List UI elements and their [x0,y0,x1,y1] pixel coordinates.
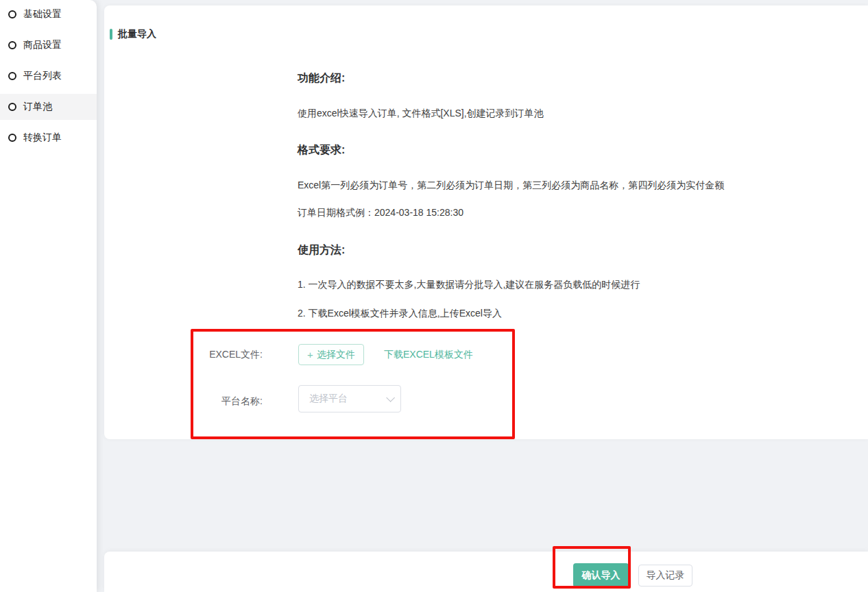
platform-select-placeholder: 选择平台 [309,393,348,405]
section-heading-usage: 使用方法: [298,243,345,258]
sidebar-item-label: 基础设置 [23,8,62,21]
download-template-link[interactable]: 下载EXCEL模板文件 [384,349,473,361]
sidebar: 基础设置 商品设置 平台列表 订单池 转换订单 [0,0,97,592]
section-heading-format: 格式要求: [298,143,345,158]
footer-bar: 确认导入 导入记录 [104,552,868,592]
section-paragraph: 订单日期格式例：2024-03-18 15:28:30 [298,206,463,219]
platform-name-label: 平台名称: [192,395,263,408]
sidebar-item-convert-orders[interactable]: 转换订单 [0,125,97,151]
section-paragraph: 使用excel快速导入订单, 文件格式[XLS],创建记录到订单池 [298,106,544,120]
sidebar-item-label: 转换订单 [23,132,62,144]
section-paragraph: 2. 下载Excel模板文件并录入信息,上传Excel导入 [298,306,502,320]
sidebar-item-label: 商品设置 [23,39,62,51]
title-accent-bar [110,29,112,40]
page-title: 批量导入 [118,28,156,40]
circle-icon [8,41,16,49]
circle-icon [8,134,16,142]
plus-icon: + [307,349,313,360]
choose-file-button[interactable]: + 选择文件 [298,344,364,365]
page-title-row: 批量导入 [110,28,156,40]
main-card: 批量导入 功能介绍: 使用excel快速导入订单, 文件格式[XLS],创建记录… [104,5,868,439]
choose-file-label: 选择文件 [317,349,355,361]
section-paragraph: 1. 一次导入的数据不要太多,大量数据请分批导入,建议在服务器负载低的时候进行 [298,278,640,291]
sidebar-item-order-pool[interactable]: 订单池 [0,94,97,120]
chevron-down-icon [386,393,395,402]
confirm-import-button[interactable]: 确认导入 [573,563,629,587]
circle-icon [8,103,16,111]
sidebar-item-product-settings[interactable]: 商品设置 [0,32,97,58]
circle-icon [8,72,16,80]
sidebar-item-label: 订单池 [23,101,52,113]
page: 基础设置 商品设置 平台列表 订单池 转换订单 批量导入 功能介绍: 使用exc… [0,0,868,592]
sidebar-item-label: 平台列表 [23,70,62,82]
import-records-button[interactable]: 导入记录 [638,565,692,587]
excel-file-label: EXCEL文件: [192,349,263,361]
section-heading-intro: 功能介绍: [298,71,345,86]
platform-select[interactable]: 选择平台 [298,385,401,412]
sidebar-item-platform-list[interactable]: 平台列表 [0,63,97,89]
section-paragraph: Excel第一列必须为订单号，第二列必须为订单日期，第三列必须为商品名称，第四列… [298,178,724,192]
sidebar-item-basic-settings[interactable]: 基础设置 [0,1,97,27]
circle-icon [8,10,16,18]
